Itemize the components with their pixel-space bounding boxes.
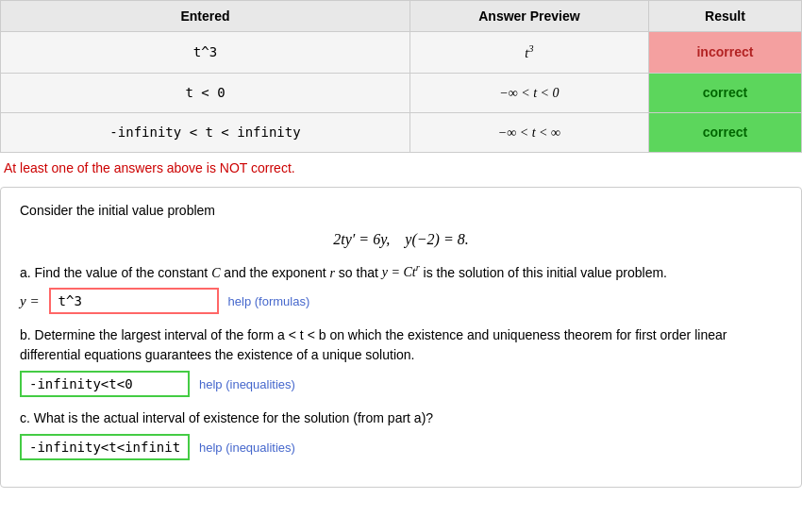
problem-title: Consider the initial value problem	[20, 203, 782, 218]
part-c-help-link[interactable]: help (inequalities)	[199, 441, 295, 455]
table-row: t < 0 −∞ < t < 0 correct	[1, 73, 802, 112]
part-b-label: b. Determine the largest interval of the…	[20, 325, 782, 365]
col-header-preview: Answer Preview	[410, 1, 649, 32]
preview-cell-3: −∞ < t < ∞	[410, 112, 649, 152]
part-b-help-link[interactable]: help (inequalities)	[199, 377, 295, 391]
part-b-input[interactable]	[20, 371, 190, 397]
col-header-entered: Entered	[1, 1, 410, 32]
preview-math-2: −∞ < t < 0	[499, 86, 559, 100]
part-c-input-row: help (inequalities)	[20, 434, 782, 460]
entered-cell-2: t < 0	[1, 73, 410, 112]
part-a-input-row: y = help (formulas)	[20, 288, 782, 314]
part-c-input[interactable]	[20, 434, 190, 460]
part-a-help-link[interactable]: help (formulas)	[228, 294, 310, 308]
preview-math-3: −∞ < t < ∞	[498, 125, 560, 140]
entered-cell-1: t^3	[1, 32, 410, 74]
part-c-label: c. What is the actual interval of existe…	[20, 408, 782, 428]
part-b: b. Determine the largest interval of the…	[20, 325, 782, 397]
preview-cell-1: t3	[410, 32, 649, 74]
main-equation: 2ty′ = 6y, y(−2) = 8.	[20, 231, 782, 248]
part-a-input[interactable]	[49, 288, 219, 314]
warning-message: At least one of the answers above is NOT…	[0, 153, 802, 183]
problem-box: Consider the initial value problem 2ty′ …	[0, 187, 802, 489]
part-b-input-row: help (inequalities)	[20, 371, 782, 397]
y-equals-label: y =	[20, 293, 40, 309]
table-row: t^3 t3 incorrect	[1, 32, 802, 74]
col-header-result: Result	[648, 1, 801, 32]
part-a: a. Find the value of the constant C and …	[20, 261, 782, 315]
part-c: c. What is the actual interval of existe…	[20, 408, 782, 460]
result-cell-1: incorrect	[648, 32, 801, 74]
answer-table: Entered Answer Preview Result t^3 t3 inc…	[0, 0, 802, 153]
preview-cell-2: −∞ < t < 0	[410, 73, 649, 112]
preview-math-1: t3	[525, 46, 533, 60]
result-cell-3: correct	[648, 112, 801, 152]
part-a-label: a. Find the value of the constant C and …	[20, 261, 782, 283]
table-row: -infinity < t < infinity −∞ < t < ∞ corr…	[1, 112, 802, 152]
entered-cell-3: -infinity < t < infinity	[1, 112, 410, 152]
result-cell-2: correct	[648, 73, 801, 112]
